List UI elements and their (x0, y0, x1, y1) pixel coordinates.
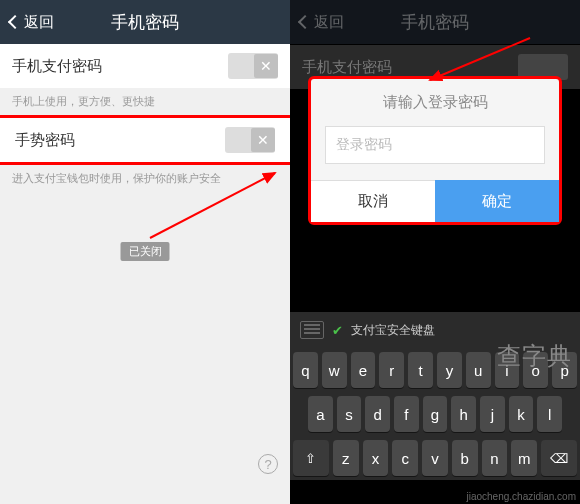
back-button: 返回 (290, 13, 354, 32)
chevron-left-icon (8, 15, 22, 29)
dialog-title: 请输入登录密码 (311, 79, 559, 126)
key-j[interactable]: j (480, 396, 505, 432)
close-icon: ✕ (251, 128, 275, 152)
gesture-password-row[interactable]: 手势密码 ✕ (0, 118, 290, 162)
key-c[interactable]: c (392, 440, 418, 476)
key-f[interactable]: f (394, 396, 419, 432)
key-t[interactable]: t (408, 352, 433, 388)
closed-badge: 已关闭 (121, 242, 170, 261)
page-title: 手机密码 (401, 11, 469, 34)
shield-icon: ✔ (332, 323, 343, 338)
key-k[interactable]: k (509, 396, 534, 432)
key-w[interactable]: w (322, 352, 347, 388)
key-y[interactable]: y (437, 352, 462, 388)
key-e[interactable]: e (351, 352, 376, 388)
cancel-button[interactable]: 取消 (311, 180, 435, 222)
back-label: 返回 (24, 13, 54, 32)
back-button[interactable]: 返回 (0, 13, 64, 32)
payment-label: 手机支付密码 (12, 57, 102, 76)
key-d[interactable]: d (365, 396, 390, 432)
close-icon: ✕ (254, 54, 278, 78)
password-input[interactable]: 登录密码 (325, 126, 545, 164)
payment-password-row[interactable]: 手机支付密码 ✕ (0, 44, 290, 88)
key-b[interactable]: b (452, 440, 478, 476)
keyboard: ✔ 支付宝安全键盘 qwertyuiop asdfghjkl ⇧zxcvbnm⌫ (290, 312, 580, 480)
key-⇧[interactable]: ⇧ (293, 440, 329, 476)
header-left: 返回 手机密码 (0, 0, 290, 44)
key-v[interactable]: v (422, 440, 448, 476)
key-⌫[interactable]: ⌫ (541, 440, 577, 476)
key-n[interactable]: n (482, 440, 508, 476)
gesture-toggle[interactable]: ✕ (225, 127, 275, 153)
payment-toggle[interactable]: ✕ (228, 53, 278, 79)
chevron-left-icon (298, 15, 312, 29)
key-q[interactable]: q (293, 352, 318, 388)
key-m[interactable]: m (511, 440, 537, 476)
gesture-desc: 进入支付宝钱包时使用，保护你的账户安全 (0, 165, 290, 192)
header-right: 返回 手机密码 (290, 0, 580, 44)
watermark-logo: 查字典 (497, 340, 572, 372)
key-s[interactable]: s (337, 396, 362, 432)
key-l[interactable]: l (537, 396, 562, 432)
gesture-label: 手势密码 (15, 131, 75, 150)
key-r[interactable]: r (379, 352, 404, 388)
confirm-button[interactable]: 确定 (435, 180, 559, 222)
placeholder-text: 登录密码 (336, 136, 392, 154)
help-icon[interactable]: ? (258, 454, 278, 474)
watermark-url: jiaocheng.chazidian.com (466, 491, 576, 502)
key-z[interactable]: z (333, 440, 359, 476)
key-h[interactable]: h (451, 396, 476, 432)
back-label: 返回 (314, 13, 344, 32)
keyboard-label: 支付宝安全键盘 (351, 322, 435, 339)
page-title: 手机密码 (111, 11, 179, 34)
key-x[interactable]: x (363, 440, 389, 476)
key-g[interactable]: g (423, 396, 448, 432)
key-u[interactable]: u (466, 352, 491, 388)
key-a[interactable]: a (308, 396, 333, 432)
payment-desc: 手机上使用，更方便、更快捷 (0, 88, 290, 115)
keyboard-switch-icon[interactable] (300, 321, 324, 339)
login-password-dialog: 请输入登录密码 登录密码 取消 确定 (308, 76, 562, 225)
